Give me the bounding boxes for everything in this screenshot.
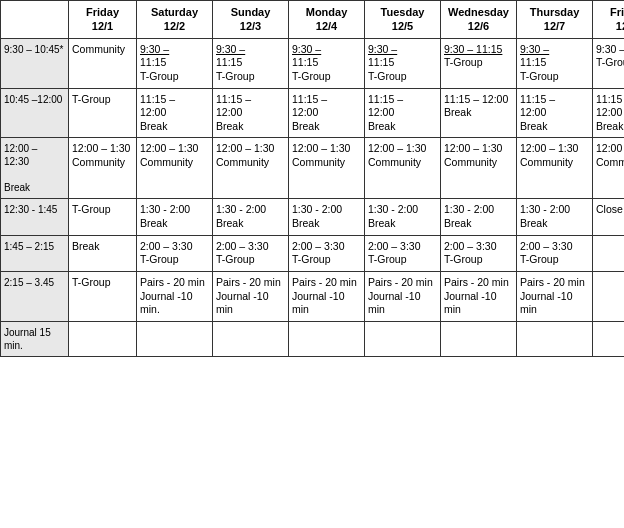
data-cell-r0-c4: 9:30 –11:15T-Group	[365, 38, 441, 88]
data-cell-r4-c1: 2:00 – 3:30T-Group	[137, 235, 213, 271]
data-cell-r2-c1: 12:00 – 1:30Community	[137, 138, 213, 199]
data-cell-r3-c0: T-Group	[69, 199, 137, 235]
data-cell-r4-c7	[593, 235, 625, 271]
data-cell-r6-c6	[517, 321, 593, 356]
header-cell-12-4: Monday12/4	[289, 1, 365, 39]
data-cell-r0-c1: 9:30 –11:15T-Group	[137, 38, 213, 88]
schedule-table: Friday12/1Saturday12/2Sunday12/3Monday12…	[0, 0, 624, 357]
time-cell-1: 10:45 –12:00	[1, 88, 69, 138]
table-row: 12:00 – 12:30Break12:00 – 1:30Community1…	[1, 138, 625, 199]
data-cell-r2-c2: 12:00 – 1:30Community	[213, 138, 289, 199]
data-cell-r4-c3: 2:00 – 3:30T-Group	[289, 235, 365, 271]
data-cell-r1-c3: 11:15 –12:00Break	[289, 88, 365, 138]
data-cell-r3-c2: 1:30 - 2:00Break	[213, 199, 289, 235]
data-cell-r0-c2: 9:30 –11:15T-Group	[213, 38, 289, 88]
time-cell-3: 12:30 - 1:45	[1, 199, 69, 235]
data-cell-r4-c2: 2:00 – 3:30T-Group	[213, 235, 289, 271]
table-row: 2:15 – 3.45T-GroupPairs - 20 minJournal …	[1, 272, 625, 322]
header-cell-12-1: Friday12/1	[69, 1, 137, 39]
data-cell-r6-c1	[137, 321, 213, 356]
header-cell-12-7: Thursday12/7	[517, 1, 593, 39]
time-cell-6: Journal 15 min.	[1, 321, 69, 356]
data-cell-r5-c2: Pairs - 20 minJournal -10 min	[213, 272, 289, 322]
data-cell-r4-c6: 2:00 – 3:30T-Group	[517, 235, 593, 271]
data-cell-r0-c7: 9:30 – 11:15T-Group	[593, 38, 625, 88]
data-cell-r1-c4: 11:15 –12:00Break	[365, 88, 441, 138]
data-cell-r4-c0: Break	[69, 235, 137, 271]
data-cell-r3-c1: 1:30 - 2:00Break	[137, 199, 213, 235]
header-cell-12-3: Sunday12/3	[213, 1, 289, 39]
data-cell-r2-c0: 12:00 – 1:30Community	[69, 138, 137, 199]
time-cell-5: 2:15 – 3.45	[1, 272, 69, 322]
table-row: 12:30 - 1:45T-Group1:30 - 2:00Break1:30 …	[1, 199, 625, 235]
data-cell-r5-c7	[593, 272, 625, 322]
data-cell-r5-c5: Pairs - 20 minJournal -10 min	[441, 272, 517, 322]
data-cell-r2-c3: 12:00 – 1:30Community	[289, 138, 365, 199]
corner-cell	[1, 1, 69, 39]
header-cell-12-6: Wednesday12/6	[441, 1, 517, 39]
data-cell-r1-c6: 11:15 –12:00Break	[517, 88, 593, 138]
data-cell-r2-c7: 12:00 – 1:30Community	[593, 138, 625, 199]
data-cell-r5-c1: Pairs - 20 minJournal -10 min.	[137, 272, 213, 322]
data-cell-r3-c7: Close	[593, 199, 625, 235]
data-cell-r0-c0: Community	[69, 38, 137, 88]
data-cell-r0-c6: 9:30 –11:15T-Group	[517, 38, 593, 88]
data-cell-r6-c2	[213, 321, 289, 356]
header-cell-12-2: Saturday12/2	[137, 1, 213, 39]
data-cell-r2-c4: 12:00 – 1:30Community	[365, 138, 441, 199]
data-cell-r6-c4	[365, 321, 441, 356]
data-cell-r1-c7: 11:15 – 12:00Break	[593, 88, 625, 138]
table-row: 9:30 – 10:45*Community9:30 –11:15T-Group…	[1, 38, 625, 88]
header-cell-12-8: Friday12/8	[593, 1, 625, 39]
data-cell-r2-c5: 12:00 – 1:30Community	[441, 138, 517, 199]
data-cell-r4-c4: 2:00 – 3:30T-Group	[365, 235, 441, 271]
data-cell-r5-c4: Pairs - 20 minJournal -10 min	[365, 272, 441, 322]
data-cell-r2-c6: 12:00 – 1:30Community	[517, 138, 593, 199]
data-cell-r6-c7	[593, 321, 625, 356]
data-cell-r0-c3: 9:30 –11:15T-Group	[289, 38, 365, 88]
data-cell-r1-c5: 11:15 – 12:00Break	[441, 88, 517, 138]
data-cell-r6-c0	[69, 321, 137, 356]
data-cell-r5-c3: Pairs - 20 minJournal -10 min	[289, 272, 365, 322]
data-cell-r3-c4: 1:30 - 2:00Break	[365, 199, 441, 235]
data-cell-r6-c3	[289, 321, 365, 356]
table-row: 10:45 –12:00T-Group11:15 –12:00Break11:1…	[1, 88, 625, 138]
data-cell-r6-c5	[441, 321, 517, 356]
data-cell-r1-c0: T-Group	[69, 88, 137, 138]
table-row: 1:45 – 2:15Break2:00 – 3:30T-Group2:00 –…	[1, 235, 625, 271]
data-cell-r4-c5: 2:00 – 3:30T-Group	[441, 235, 517, 271]
data-cell-r5-c6: Pairs - 20 minJournal -10 min	[517, 272, 593, 322]
data-cell-r5-c0: T-Group	[69, 272, 137, 322]
table-row: Journal 15 min.	[1, 321, 625, 356]
data-cell-r3-c6: 1:30 - 2:00Break	[517, 199, 593, 235]
data-cell-r3-c3: 1:30 - 2:00Break	[289, 199, 365, 235]
data-cell-r3-c5: 1:30 - 2:00Break	[441, 199, 517, 235]
data-cell-r1-c1: 11:15 –12:00Break	[137, 88, 213, 138]
data-cell-r0-c5: 9:30 – 11:15T-Group	[441, 38, 517, 88]
time-cell-4: 1:45 – 2:15	[1, 235, 69, 271]
time-cell-2: 12:00 – 12:30Break	[1, 138, 69, 199]
time-cell-0: 9:30 – 10:45*	[1, 38, 69, 88]
header-cell-12-5: Tuesday12/5	[365, 1, 441, 39]
data-cell-r1-c2: 11:15 –12:00Break	[213, 88, 289, 138]
